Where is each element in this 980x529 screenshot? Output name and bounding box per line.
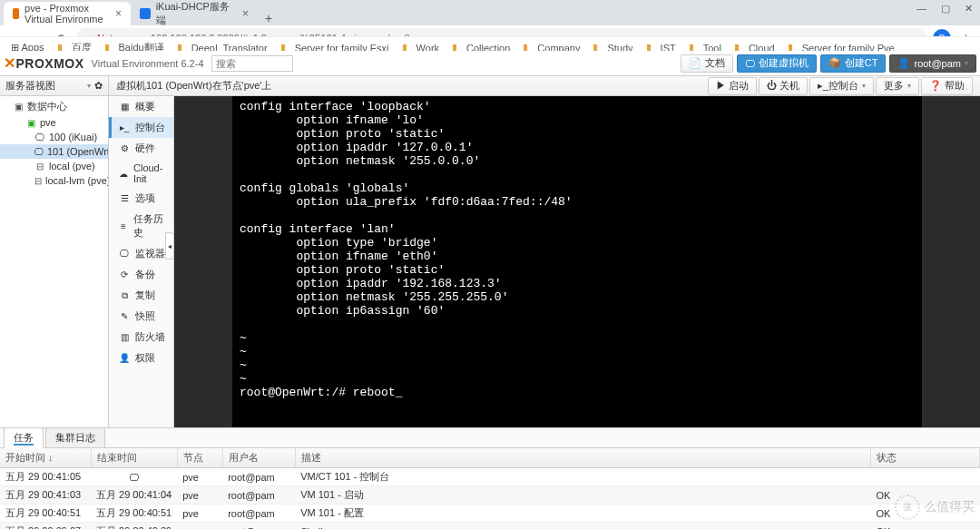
tree-item-3[interactable]: 🖵 101 (OpenWrt) xyxy=(0,144,108,159)
menu-label: 任务历史 xyxy=(133,212,166,240)
action-控制台[interactable]: ▸_控制台 ▾ xyxy=(809,77,874,95)
menu-label: 控制台 xyxy=(135,121,165,134)
header-actions: 📄 文档 🖵 创建虚拟机 📦 创建CT 👤 root@pam ▾ xyxy=(681,54,976,73)
tree-item-4[interactable]: ⊟ local (pve) xyxy=(0,159,108,173)
table-row[interactable]: 五月 29 00:40:51 五月 29 00:40:51 pve root@p… xyxy=(0,505,980,523)
tasks-grid: 开始时间 ↓结束时间节点用户名描述状态 五月 29 00:41:05 🖵 pve… xyxy=(0,448,980,529)
action-帮助[interactable]: ❓ 帮助 xyxy=(921,77,973,95)
close-icon[interactable]: × xyxy=(115,7,122,20)
menu-icon: 🖵 xyxy=(119,249,130,260)
side-menu-备份[interactable]: ⟳备份 xyxy=(109,264,173,285)
browser-tab-1[interactable]: iKuai-DHCP服务端 × xyxy=(131,2,258,25)
tab-title: iKuai-DHCP服务端 xyxy=(156,0,237,27)
new-tab-button[interactable]: + xyxy=(258,11,279,25)
cell-start: 五月 29 00:41:05 xyxy=(0,468,91,486)
col-3[interactable]: 用户名 xyxy=(222,448,295,468)
create-ct-button[interactable]: 📦 创建CT xyxy=(820,54,887,73)
table-row[interactable]: 五月 29 00:39:07 五月 29 00:40:39 pve root@p… xyxy=(0,523,980,530)
side-menu-控制台[interactable]: ▸_控制台 xyxy=(109,117,173,138)
collapse-handle[interactable]: ◂ xyxy=(165,232,174,260)
table-row[interactable]: 五月 29 00:41:05 🖵 pve root@pam VM/CT 101 … xyxy=(0,468,980,486)
tasks-panel: 任务集群日志 开始时间 ↓结束时间节点用户名描述状态 五月 29 00:41:0… xyxy=(0,427,980,529)
cell-node: pve xyxy=(177,505,222,523)
task-tab-1[interactable]: 集群日志 xyxy=(45,427,105,447)
tree-item-0[interactable]: ▣ 数据中心 xyxy=(0,98,108,115)
user-menu[interactable]: 👤 root@pam ▾ xyxy=(889,54,976,73)
col-2[interactable]: 节点 xyxy=(177,448,222,468)
cell-user: root@pam xyxy=(222,468,295,486)
side-menu-Cloud-Init[interactable]: ☁Cloud-Init xyxy=(109,159,173,188)
label: root@pam xyxy=(914,58,961,69)
side-menu-概要[interactable]: ▦概要 xyxy=(109,96,173,117)
side-menu-快照[interactable]: ✎快照 xyxy=(109,306,173,327)
close-button[interactable]: ✕ xyxy=(965,3,973,15)
table-row[interactable]: 五月 29 00:41:03 五月 29 00:41:04 pve root@p… xyxy=(0,486,980,505)
search-input[interactable] xyxy=(211,55,293,72)
action-启动[interactable]: ▶ 启动 xyxy=(708,77,757,95)
side-menu-权限[interactable]: 👤权限 xyxy=(109,348,173,368)
side-menu-选项[interactable]: ☰选项 xyxy=(109,188,173,209)
tree-header[interactable]: 服务器视图 ▾ ✿ xyxy=(0,76,108,96)
tree-label: 100 (iKuai) xyxy=(49,132,97,142)
cell-status: OK xyxy=(871,486,980,505)
task-tab-0[interactable]: 任务 xyxy=(4,427,44,448)
side-menu-任务历史[interactable]: ≡任务历史 xyxy=(109,209,173,243)
docs-button[interactable]: 📄 文档 xyxy=(681,54,733,73)
tree-item-1[interactable]: ▣ pve xyxy=(0,115,108,130)
menu-icon: ☁ xyxy=(119,168,128,179)
create-vm-button[interactable]: 🖵 创建虚拟机 xyxy=(737,54,817,73)
tab-strip: pve - Proxmox Virtual Environme × iKuai-… xyxy=(0,0,980,25)
maximize-button[interactable]: ▢ xyxy=(941,3,950,15)
side-menu-复制[interactable]: ⧉复制 xyxy=(109,285,173,306)
action-更多[interactable]: 更多 ▾ xyxy=(876,77,919,95)
tree-item-2[interactable]: 🖵 100 (iKuai) xyxy=(0,130,108,144)
disk-icon: ⊟ xyxy=(34,161,45,171)
menu-label: 概要 xyxy=(135,100,155,113)
tree-label: 数据中心 xyxy=(27,100,67,113)
console-area[interactable]: config interface 'loopback' option ifnam… xyxy=(174,96,980,427)
tree-item-5[interactable]: ⊟ local-lvm (pve) xyxy=(0,173,108,188)
cell-start: 五月 29 00:41:03 xyxy=(0,486,91,505)
minimize-button[interactable]: — xyxy=(916,3,926,15)
menu-label: 监视器 xyxy=(135,247,165,260)
tab-title: pve - Proxmox Virtual Environme xyxy=(24,3,110,24)
cell-status xyxy=(871,468,980,486)
cell-user: root@pam xyxy=(222,486,295,505)
pve-body: 服务器视图 ▾ ✿ ▣ 数据中心 ▣ pve 🖵 100 (iKuai) 🖵 1… xyxy=(0,76,980,427)
menu-icon: ▦ xyxy=(119,102,130,113)
col-0[interactable]: 开始时间 ↓ xyxy=(0,448,91,468)
col-4[interactable]: 描述 xyxy=(295,448,870,468)
cell-desc: VM/CT 101 - 控制台 xyxy=(295,468,870,486)
menu-icon: ⟳ xyxy=(119,269,130,280)
cell-end: 五月 29 00:40:51 xyxy=(91,505,177,523)
col-5[interactable]: 状态 xyxy=(871,448,980,468)
browser-tab-0[interactable]: pve - Proxmox Virtual Environme × xyxy=(4,2,131,25)
cell-node: pve xyxy=(177,523,222,530)
menu-icon: ▥ xyxy=(119,332,130,343)
side-menu-监视器[interactable]: 🖵监视器 xyxy=(109,243,173,264)
menu-icon: ▸_ xyxy=(119,122,130,133)
action-关机[interactable]: ⏻ 关机 xyxy=(759,77,808,95)
col-1[interactable]: 结束时间 xyxy=(91,448,177,468)
side-menu-硬件[interactable]: ⚙硬件 xyxy=(109,138,173,159)
vm-icon: 🖵 xyxy=(34,132,45,142)
tree-label: local-lvm (pve) xyxy=(45,175,108,186)
close-icon[interactable]: × xyxy=(242,7,249,20)
pve-logo: ✕PROXMOX xyxy=(4,54,84,72)
tree-header-label: 服务器视图 xyxy=(5,79,55,93)
settings-icon[interactable]: ✿ xyxy=(94,80,103,92)
window-controls: — ▢ ✕ xyxy=(916,3,973,15)
favicon-pve xyxy=(13,8,19,19)
terminal[interactable]: config interface 'loopback' option ifnam… xyxy=(232,96,922,427)
menu-label: 权限 xyxy=(135,351,155,365)
logo-text: PROXMOX xyxy=(16,56,84,71)
pve-version: Virtual Environment 6.2-4 xyxy=(92,58,204,69)
chevron-down-icon: ▾ xyxy=(87,82,91,90)
side-menu-防火墙[interactable]: ▥防火墙 xyxy=(109,327,173,348)
cell-user: root@pam xyxy=(222,523,295,530)
content-body: ▦概要▸_控制台⚙硬件☁Cloud-Init☰选项≡任务历史🖵监视器⟳备份⧉复制… xyxy=(109,96,980,427)
resource-tree: 服务器视图 ▾ ✿ ▣ 数据中心 ▣ pve 🖵 100 (iKuai) 🖵 1… xyxy=(0,76,109,427)
label: 文档 xyxy=(705,56,725,70)
content-header: 虚拟机101 (OpenWrt)在节点'pve'上 ▶ 启动⏻ 关机▸_控制台 … xyxy=(109,76,980,96)
menu-icon: ≡ xyxy=(119,220,128,231)
